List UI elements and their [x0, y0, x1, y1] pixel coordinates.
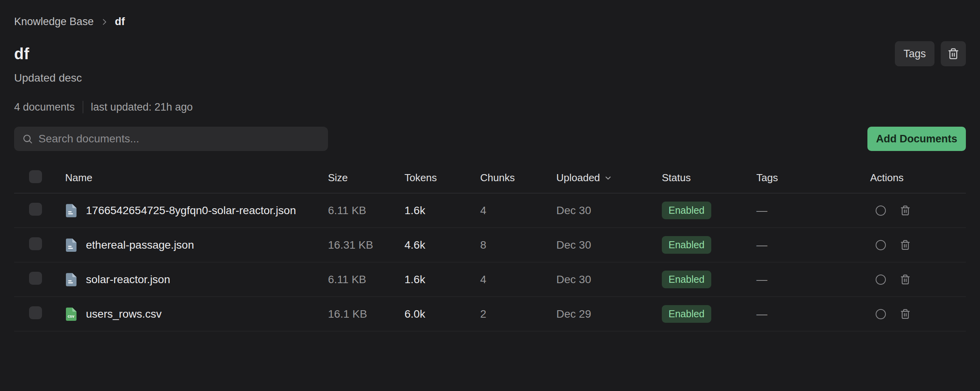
kb-meta: 4 documents last updated: 21h ago [14, 101, 966, 113]
document-size: 6.11 KB [328, 273, 404, 286]
header-actions: Tags [895, 41, 966, 66]
document-tokens: 1.6k [404, 204, 480, 217]
document-name[interactable]: solar-reactor.json [86, 273, 170, 286]
delete-knowledge-base-button[interactable] [941, 41, 966, 66]
column-header-uploaded[interactable]: Uploaded [556, 172, 662, 184]
document-uploaded: Dec 30 [556, 273, 662, 286]
document-uploaded: Dec 30 [556, 204, 662, 217]
table-body: csv 1766542654725-8ygfqn0-solar-reactor.… [14, 193, 966, 331]
status-badge: Enabled [662, 236, 711, 254]
document-size: 16.1 KB [328, 308, 404, 320]
column-header-status: Status [662, 172, 756, 184]
last-updated: last updated: 21h ago [91, 101, 193, 113]
chevron-down-icon [604, 174, 612, 182]
document-chunks: 8 [480, 239, 556, 251]
row-checkbox[interactable] [29, 237, 42, 250]
column-header-actions: Actions [870, 172, 966, 184]
document-size: 6.11 KB [328, 204, 404, 217]
delete-document-icon[interactable] [900, 309, 911, 319]
row-checkbox[interactable] [29, 306, 42, 319]
document-name[interactable]: 1766542654725-8ygfqn0-solar-reactor.json [86, 204, 296, 217]
toggle-status-icon[interactable] [876, 206, 886, 216]
document-name[interactable]: ethereal-passage.json [86, 239, 194, 251]
column-header-tags: Tags [756, 172, 870, 184]
document-tags: — [756, 308, 870, 320]
meta-divider [83, 101, 83, 113]
document-tags: — [756, 273, 870, 286]
document-tokens: 4.6k [404, 239, 480, 251]
trash-icon [947, 48, 959, 60]
delete-document-icon[interactable] [900, 240, 911, 250]
breadcrumb-root-link[interactable]: Knowledge Base [14, 16, 94, 28]
file-type-icon: csv [66, 204, 77, 217]
search-input[interactable] [38, 133, 320, 145]
document-tags: — [756, 239, 870, 251]
breadcrumb: Knowledge Base df [14, 0, 966, 28]
column-header-name: Name [65, 172, 328, 184]
document-chunks: 2 [480, 308, 556, 320]
row-checkbox[interactable] [29, 203, 42, 216]
delete-document-icon[interactable] [900, 205, 911, 216]
toggle-status-icon[interactable] [876, 240, 886, 250]
knowledge-base-page: Knowledge Base df df Tags Updated desc 4… [0, 0, 980, 391]
toggle-status-icon[interactable] [876, 309, 886, 319]
document-size: 16.31 KB [328, 239, 404, 251]
document-tokens: 1.6k [404, 273, 480, 286]
chevron-right-icon [100, 18, 109, 26]
column-header-chunks: Chunks [480, 172, 556, 184]
file-type-icon: csv [66, 307, 77, 321]
breadcrumb-current: df [115, 16, 125, 28]
document-name[interactable]: users_rows.csv [86, 308, 162, 320]
table-row[interactable]: csv ethereal-passage.json 16.31 KB 4.6k … [14, 228, 966, 262]
document-uploaded: Dec 30 [556, 239, 662, 251]
document-uploaded: Dec 29 [556, 308, 662, 320]
status-badge: Enabled [662, 271, 711, 288]
search-icon [22, 133, 33, 144]
uploaded-label: Uploaded [556, 172, 600, 184]
page-title: df [14, 45, 29, 63]
column-header-size: Size [328, 172, 404, 184]
table-header: Name Size Tokens Chunks Uploaded Status … [14, 163, 966, 193]
delete-document-icon[interactable] [900, 274, 911, 285]
select-all-checkbox[interactable] [29, 170, 42, 183]
document-count: 4 documents [14, 101, 75, 113]
document-chunks: 4 [480, 273, 556, 286]
table-row[interactable]: csv solar-reactor.json 6.11 KB 1.6k 4 De… [14, 262, 966, 297]
documents-toolbar: Add Documents [14, 127, 966, 151]
file-type-icon: csv [66, 238, 77, 252]
document-tags: — [756, 204, 870, 217]
add-documents-button[interactable]: Add Documents [867, 127, 966, 151]
row-checkbox[interactable] [29, 272, 42, 285]
toggle-status-icon[interactable] [876, 275, 886, 285]
document-tokens: 6.0k [404, 308, 480, 320]
documents-table: Name Size Tokens Chunks Uploaded Status … [14, 163, 966, 331]
kb-description: Updated desc [14, 72, 966, 84]
csv-icon-label: csv [68, 314, 75, 318]
search-box [14, 127, 328, 151]
column-header-tokens: Tokens [404, 172, 480, 184]
tags-button[interactable]: Tags [895, 41, 934, 66]
page-header: df Tags [14, 41, 966, 66]
status-badge: Enabled [662, 305, 711, 323]
table-row[interactable]: csv 1766542654725-8ygfqn0-solar-reactor.… [14, 193, 966, 228]
file-type-icon: csv [66, 273, 77, 286]
table-row[interactable]: csv users_rows.csv 16.1 KB 6.0k 2 Dec 29… [14, 297, 966, 331]
document-chunks: 4 [480, 204, 556, 217]
status-badge: Enabled [662, 202, 711, 219]
